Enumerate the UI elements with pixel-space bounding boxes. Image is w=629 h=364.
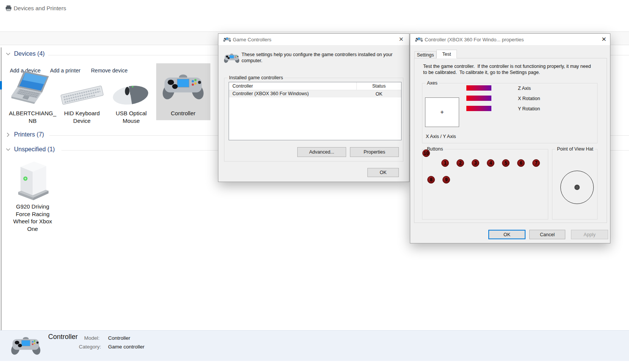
column-header-controller[interactable]: Controller [229, 82, 357, 90]
tile-label-controller: Controller [157, 110, 210, 117]
keyboard-icon [60, 84, 104, 105]
y-rotation-bar [466, 106, 491, 111]
test-intro-text: Test the game controller. If the control… [423, 63, 604, 75]
details-model-label: Model: [84, 335, 100, 341]
button-indicator-9: 9 [442, 176, 450, 184]
navigation-bar: ← → ↑ Control Panel All Control Panel It… [0, 15, 629, 32]
x-rotation-bar [466, 96, 491, 101]
close-icon[interactable]: × [598, 34, 610, 45]
button-indicator-4: 4 [487, 159, 494, 167]
gc-intro-text: These settings help you configure the ga… [242, 52, 405, 64]
column-header-status[interactable]: Status [357, 83, 401, 89]
properties-button[interactable]: Properties [350, 147, 399, 157]
pov-hat-position-dot [574, 185, 580, 190]
window-titlebar[interactable]: Devices and Printers [0, 0, 629, 15]
button-indicator-3: 3 [472, 159, 479, 167]
row-controller-name: Controller (XBOX 360 For Windows) [229, 90, 357, 97]
gamepad-icon [415, 37, 423, 42]
properties-title: Controller (XBOX 360 For Windo... proper… [425, 37, 524, 42]
props-apply-button: Apply [571, 230, 608, 239]
x-rotation-label: X Rotation [518, 96, 540, 101]
tile-keyboard[interactable]: HID Keyboard Device [55, 63, 108, 120]
mouse-icon [110, 82, 151, 107]
row-controller-status: OK [357, 91, 401, 97]
pov-hat-label: Point of View Hat [555, 146, 595, 152]
printers-expand-chevron-icon[interactable] [6, 132, 10, 137]
button-indicator-10: 10 [422, 149, 430, 157]
section-header-printers[interactable]: Printers (7) [14, 131, 44, 138]
controllers-table-header: Controller Status [229, 82, 401, 90]
button-indicator-5: 5 [502, 159, 510, 167]
pov-hat-groupbox: Point of View Hat [552, 149, 598, 220]
gamepad-icon [161, 72, 205, 102]
props-cancel-button[interactable]: Cancel [529, 230, 565, 239]
tile-g920[interactable]: G920 Driving Force Racing Wheel for Xbox… [6, 156, 59, 234]
section-header-devices[interactable]: Devices (4) [14, 50, 45, 58]
buttons-groupbox: Buttons 1 2 3 4 5 6 7 8 9 10 [422, 149, 548, 220]
left-edge-divider [1, 47, 2, 330]
button-indicator-8: 8 [427, 176, 435, 184]
bottom-strip [0, 361, 629, 364]
tile-mouse[interactable]: USB Optical Mouse [105, 63, 158, 120]
axes-groupbox: Axes + X Axis / Y Axis Z Axis X Rotation… [422, 83, 598, 143]
tab-settings[interactable]: Settings [414, 51, 436, 58]
button-indicator-2: 2 [456, 159, 464, 167]
controllers-table: Controller Status Controller (XBOX 360 F… [229, 82, 402, 140]
details-category-value: Game controller [108, 344, 144, 350]
gc-ok-button[interactable]: OK [367, 168, 399, 177]
section-header-unspecified[interactable]: Unspecified (1) [14, 146, 55, 153]
button-indicator-7: 7 [532, 159, 540, 167]
game-controllers-title: Game Controllers [233, 37, 271, 42]
button-indicator-1: 1 [441, 159, 449, 167]
tile-controller[interactable]: Controller [156, 63, 210, 120]
axes-label: Axes [425, 80, 439, 86]
button-indicator-6: 6 [517, 159, 525, 167]
installed-controllers-label: Installed game controllers [227, 75, 284, 80]
details-model-value: Controller [108, 335, 130, 341]
window-title: Devices and Printers [14, 5, 66, 11]
properties-titlebar[interactable]: Controller (XBOX 360 For Windo... proper… [410, 34, 610, 45]
details-category-label: Category: [79, 344, 101, 350]
tab-test[interactable]: Test [436, 50, 457, 58]
devices-collapse-chevron-icon[interactable] [6, 52, 11, 56]
xy-axis-label: X Axis / Y Axis [426, 134, 456, 139]
tile-label-laptop: ALBERTCHIANG_ NB [6, 110, 59, 124]
tile-laptop[interactable]: ALBERTCHIANG_ NB [6, 63, 59, 120]
advanced-button[interactable]: Advanced... [297, 147, 346, 157]
device-box-icon [15, 159, 50, 202]
tile-label-g920: G920 Driving Force Racing Wheel for Xbox… [6, 203, 59, 232]
close-icon[interactable]: × [395, 34, 407, 45]
printer-icon [5, 5, 12, 11]
details-device-name: Controller [48, 333, 78, 341]
z-axis-label: Z Axis [518, 86, 531, 91]
game-controllers-dialog: Game Controllers × These settings help y… [218, 33, 409, 182]
unspecified-collapse-chevron-icon[interactable] [6, 148, 11, 151]
props-ok-button[interactable]: OK [488, 230, 525, 239]
tile-label-keyboard: HID Keyboard Device [55, 110, 108, 124]
left-edge-accent [0, 81, 2, 89]
controller-properties-dialog: Controller (XBOX 360 For Windo... proper… [410, 33, 610, 243]
z-axis-bar [466, 85, 491, 91]
xy-axis-indicator: + [425, 97, 459, 127]
gamepad-icon [223, 37, 231, 42]
y-rotation-label: Y Rotation [518, 106, 540, 111]
game-controllers-titlebar[interactable]: Game Controllers × [218, 34, 409, 45]
details-gamepad-icon [10, 335, 42, 356]
laptop-icon [11, 70, 54, 106]
crosshair-icon: + [440, 109, 444, 116]
table-row[interactable]: Controller (XBOX 360 For Windows) OK [229, 90, 401, 97]
gamepad-icon [223, 53, 240, 64]
tile-label-mouse: USB Optical Mouse [105, 110, 158, 124]
